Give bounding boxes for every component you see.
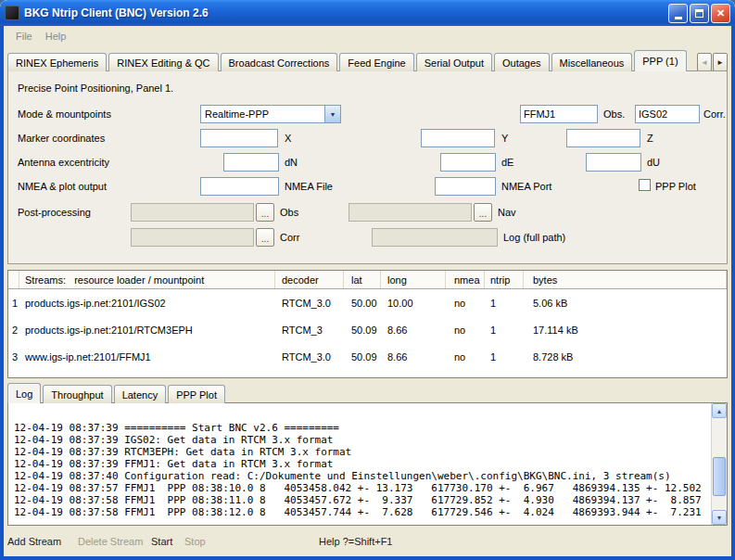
- window-border-left: [0, 26, 4, 560]
- log-line: 12-04-19 08:37:39 IGS02: Get data in RTC…: [14, 434, 711, 446]
- menu-file[interactable]: File: [9, 29, 39, 44]
- browse-corr-button[interactable]: ...: [256, 228, 274, 247]
- marker-x-field[interactable]: [200, 129, 278, 147]
- row-number: 2: [8, 325, 19, 336]
- tab-rinex-editing-qc[interactable]: RINEX Editing & QC: [108, 53, 218, 71]
- column-header-ntrip: ntrip: [485, 271, 524, 288]
- help-hint-label: Help ?=Shift+F1: [319, 536, 393, 547]
- marker-z-field[interactable]: [566, 129, 640, 147]
- scroll-up-icon: ▲: [716, 408, 723, 414]
- ppp-mode-combobox[interactable]: Realtime-PPP ▼: [200, 105, 341, 123]
- ppp-plot-checkbox[interactable]: [639, 179, 651, 191]
- cell-lat: 50.09: [344, 351, 381, 363]
- antenna-de-field[interactable]: [440, 153, 496, 172]
- tab-serial-output[interactable]: Serial Output: [416, 53, 492, 71]
- top-tab-bar: RINEX Ephemeris RINEX Editing & QC Broad…: [7, 50, 689, 71]
- post-nav-file-field: [348, 203, 472, 222]
- corr-label: Corr.: [703, 108, 726, 120]
- scrollbar-thumb[interactable]: [713, 457, 726, 496]
- post-log-path-field: [372, 228, 498, 247]
- tab-scroll-right-button[interactable]: ►: [713, 53, 728, 71]
- column-header-corner: [8, 271, 19, 288]
- add-stream-button[interactable]: Add Stream: [7, 536, 61, 547]
- close-icon: ✕: [716, 7, 725, 19]
- tab-ppp-plot[interactable]: PPP Plot: [168, 385, 225, 403]
- column-header-mountpoint: Streams: resource loader / mountpoint: [19, 271, 275, 288]
- log-line: 12-04-19 08:37:57 FFMJ1 PPP 08:38:10.0 8…: [14, 482, 711, 494]
- cell-mountpoint: products.igs-ip.net:2101/RTCM3EPH: [19, 325, 275, 336]
- tab-miscellaneous[interactable]: Miscellaneous: [551, 53, 633, 71]
- log-output[interactable]: 12-04-19 08:37:39 ========== Start BNC v…: [8, 403, 711, 525]
- streams-table: Streams: resource loader / mountpoint de…: [7, 270, 728, 378]
- scroll-down-button[interactable]: ▼: [712, 510, 727, 525]
- chevron-down-icon: ▼: [324, 106, 340, 122]
- log-line: 12-04-19 08:37:39 ========== Start BNC v…: [14, 422, 711, 434]
- menu-help[interactable]: Help: [39, 29, 73, 44]
- antenna-du-field[interactable]: [586, 153, 641, 172]
- log-line: 12-04-19 08:37:58 FFMJ1 PPP 08:38:12.0 8…: [14, 506, 711, 518]
- cell-lat: 50.00: [344, 298, 381, 309]
- antenna-dn-field[interactable]: [223, 153, 279, 172]
- window-border-bottom: [0, 556, 735, 560]
- browse-obs-button[interactable]: ...: [256, 203, 274, 222]
- post-corr-file-field: [131, 228, 254, 247]
- log-line: 12-04-19 08:37:58 FFMJ1 PPP 08:38:11.0 8…: [14, 494, 711, 506]
- browse-nav-button[interactable]: ...: [474, 203, 492, 222]
- du-label: dU: [647, 157, 660, 168]
- tab-scroll-left-button[interactable]: ◄: [697, 53, 712, 71]
- log-scrollbar[interactable]: ▲ ▼: [711, 403, 727, 525]
- tab-throughput[interactable]: Throughput: [43, 385, 111, 403]
- stream-row[interactable]: 3 www.igs-ip.net:2101/FFMJ1 RTCM_3.0 50.…: [8, 343, 727, 370]
- scroll-down-icon: ▼: [716, 515, 723, 521]
- minimize-button[interactable]: [668, 4, 688, 23]
- maximize-button[interactable]: [690, 4, 709, 23]
- z-label: Z: [647, 133, 653, 144]
- cell-long: 8.66: [381, 351, 446, 363]
- log-line: 12-04-19 08:37:39 FFMJ1: Get data in RTC…: [14, 458, 711, 470]
- arrow-left-icon: ◄: [701, 58, 708, 67]
- obs-mountpoint-field[interactable]: [520, 105, 598, 123]
- tab-feed-engine[interactable]: Feed Engine: [339, 53, 413, 71]
- tab-ppp-1[interactable]: PPP (1): [634, 50, 686, 71]
- tab-latency[interactable]: Latency: [114, 385, 167, 403]
- nmea-port-label: NMEA Port: [501, 181, 551, 192]
- nmea-file-field[interactable]: [200, 177, 279, 196]
- post-processing-label: Post-processing: [18, 207, 91, 218]
- tab-outages[interactable]: Outages: [494, 53, 550, 71]
- delete-stream-button: Delete Stream: [78, 536, 143, 547]
- title-bar: BKG Ntrip Client (BNC) Version 2.6 ✕: [0, 0, 735, 26]
- row-number: 1: [8, 298, 19, 309]
- tab-rinex-ephemeris[interactable]: RINEX Ephemeris: [7, 53, 107, 71]
- nmea-port-field[interactable]: [435, 177, 496, 196]
- tab-broadcast-corrections[interactable]: Broadcast Corrections: [221, 53, 338, 71]
- window-title: BKG Ntrip Client (BNC) Version 2.6: [24, 6, 666, 19]
- cell-ntrip: 1: [485, 325, 524, 336]
- corr-file-label: Corr: [280, 232, 299, 243]
- x-label: X: [285, 133, 291, 144]
- cell-bytes: 17.114 kB: [524, 325, 727, 336]
- start-button[interactable]: Start: [151, 536, 172, 547]
- scroll-up-button[interactable]: ▲: [712, 403, 727, 418]
- streams-table-header: Streams: resource loader / mountpoint de…: [8, 271, 727, 289]
- marker-coordinates-label: Marker coordinates: [18, 133, 105, 144]
- minimize-icon: [675, 17, 682, 19]
- corr-mountpoint-field[interactable]: [635, 105, 700, 123]
- cell-bytes: 8.728 kB: [524, 351, 727, 363]
- cell-nmea: no: [446, 351, 485, 363]
- close-button[interactable]: ✕: [711, 4, 730, 23]
- cell-bytes: 5.06 kB: [524, 298, 727, 309]
- row-number: 3: [8, 351, 19, 363]
- stream-row[interactable]: 2 products.igs-ip.net:2101/RTCM3EPH RTCM…: [8, 316, 727, 343]
- panel-caption: Precise Point Positioning, Panel 1.: [18, 83, 173, 94]
- nav-file-label: Nav: [498, 207, 516, 218]
- marker-y-field[interactable]: [421, 129, 495, 147]
- de-label: dE: [501, 157, 513, 168]
- obs-label: Obs.: [603, 108, 625, 120]
- stream-row[interactable]: 1 products.igs-ip.net:2101/IGS02 RTCM_3.…: [8, 289, 727, 316]
- cell-ntrip: 1: [485, 298, 524, 309]
- log-line: 12-04-19 08:37:40 Configuration read: C:…: [14, 470, 711, 482]
- antenna-excentricity-label: Antenna excentricity: [18, 157, 109, 168]
- tab-log[interactable]: Log: [7, 383, 41, 403]
- mode-mountpoints-label: Mode & mountpoints: [18, 108, 111, 120]
- log-panel: 12-04-19 08:37:39 ========== Start BNC v…: [7, 402, 728, 526]
